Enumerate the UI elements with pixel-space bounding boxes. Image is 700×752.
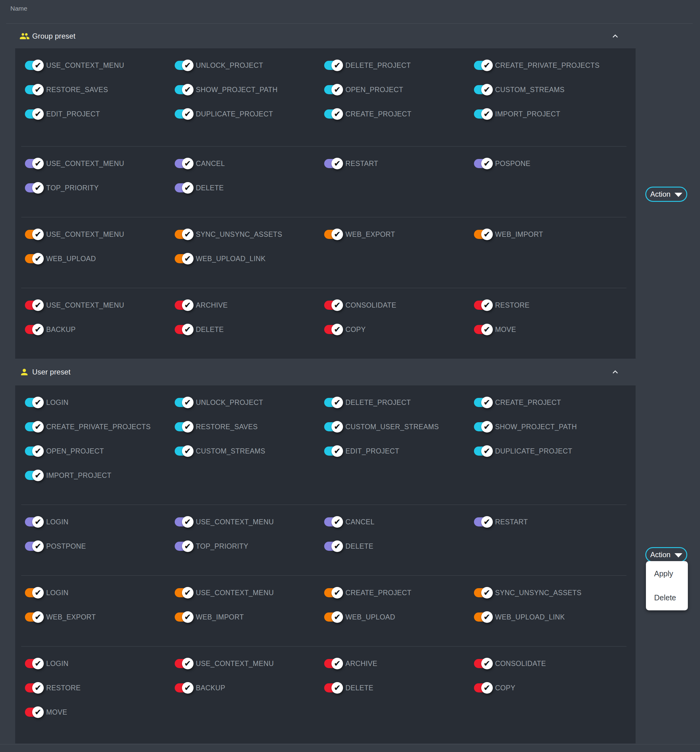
toggle-show_project_path[interactable]: ✔ — [175, 85, 188, 94]
toggle-web_upload[interactable]: ✔ — [25, 254, 38, 263]
permission-label: USE_CONTEXT_MENU — [46, 230, 124, 239]
toggle-postpone[interactable]: ✔ — [25, 542, 38, 551]
permission-label: LOGIN — [46, 660, 69, 668]
toggle-restart[interactable]: ✔ — [474, 517, 487, 527]
check-icon: ✔ — [334, 325, 341, 334]
preset-group-header[interactable]: User preset — [0, 359, 700, 385]
toggle-duplicate_project[interactable]: ✔ — [474, 446, 487, 456]
collapse-chevron-up-icon[interactable] — [610, 31, 621, 41]
toggle-backup[interactable]: ✔ — [25, 325, 38, 334]
dropdown-item-apply[interactable]: Apply — [646, 562, 688, 586]
action-button[interactable]: Action — [645, 547, 687, 562]
toggle-archive[interactable]: ✔ — [324, 659, 338, 668]
toggle-import_project[interactable]: ✔ — [474, 109, 487, 118]
toggle-web_export[interactable]: ✔ — [25, 612, 38, 621]
toggle-use_context_menu[interactable]: ✔ — [175, 588, 188, 597]
toggle-web_upload_link[interactable]: ✔ — [175, 254, 188, 263]
toggle-custom_user_streams[interactable]: ✔ — [324, 422, 338, 431]
toggle-copy[interactable]: ✔ — [474, 683, 487, 693]
toggle-thumb: ✔ — [32, 706, 44, 718]
permission-item: ✔ CREATE_PROJECT — [324, 102, 474, 126]
toggle-top_priority[interactable]: ✔ — [25, 183, 38, 193]
check-icon: ✔ — [35, 659, 42, 668]
toggle-archive[interactable]: ✔ — [175, 301, 188, 310]
toggle-consolidate[interactable]: ✔ — [324, 301, 338, 310]
toggle-use_context_menu[interactable]: ✔ — [25, 61, 38, 70]
toggle-login[interactable]: ✔ — [25, 517, 38, 527]
dropdown-item-delete[interactable]: Delete — [646, 586, 688, 610]
toggle-restart[interactable]: ✔ — [324, 159, 338, 168]
preset-permissions-panel: ✔ USE_CONTEXT_MENU ✔ UNLOCK_PROJECT ✔ DE… — [15, 48, 636, 359]
toggle-delete[interactable]: ✔ — [324, 542, 338, 551]
toggle-thumb: ✔ — [331, 158, 343, 169]
toggle-web_import[interactable]: ✔ — [474, 230, 487, 239]
toggle-move[interactable]: ✔ — [25, 708, 38, 717]
action-button[interactable]: Action — [645, 186, 687, 202]
toggle-duplicate_project[interactable]: ✔ — [175, 109, 188, 118]
toggle-thumb: ✔ — [32, 253, 44, 264]
toggle-cancel[interactable]: ✔ — [175, 159, 188, 168]
toggle-use_context_menu[interactable]: ✔ — [175, 659, 188, 668]
toggle-unlock_project[interactable]: ✔ — [175, 61, 188, 70]
toggle-web_upload_link[interactable]: ✔ — [474, 612, 487, 621]
toggle-pospone[interactable]: ✔ — [474, 159, 487, 168]
toggle-delete[interactable]: ✔ — [324, 683, 338, 693]
toggle-sync_unsync_assets[interactable]: ✔ — [175, 230, 188, 239]
toggle-unlock_project[interactable]: ✔ — [175, 398, 188, 407]
check-icon: ✔ — [334, 230, 341, 238]
toggle-create_project[interactable]: ✔ — [474, 398, 487, 407]
check-icon: ✔ — [35, 447, 42, 455]
toggle-top_priority[interactable]: ✔ — [175, 542, 188, 551]
check-icon: ✔ — [184, 325, 191, 334]
toggle-use_context_menu[interactable]: ✔ — [175, 517, 188, 527]
toggle-sync_unsync_assets[interactable]: ✔ — [474, 588, 487, 597]
toggle-open_project[interactable]: ✔ — [324, 85, 338, 94]
toggle-delete_project[interactable]: ✔ — [324, 398, 338, 407]
toggle-create_private_projects[interactable]: ✔ — [474, 61, 487, 70]
check-icon: ✔ — [184, 659, 191, 668]
permission-label: TOP_PRIORITY — [196, 542, 248, 550]
permission-item: ✔ CANCEL — [175, 151, 324, 176]
check-icon: ✔ — [35, 684, 42, 692]
toggle-delete[interactable]: ✔ — [175, 325, 188, 334]
toggle-login[interactable]: ✔ — [25, 398, 38, 407]
toggle-delete_project[interactable]: ✔ — [324, 61, 338, 70]
toggle-copy[interactable]: ✔ — [324, 325, 338, 334]
toggle-custom_streams[interactable]: ✔ — [474, 85, 487, 94]
toggle-edit_project[interactable]: ✔ — [324, 446, 338, 456]
toggle-restore_saves[interactable]: ✔ — [175, 422, 188, 431]
toggle-delete[interactable]: ✔ — [175, 183, 188, 193]
toggle-restore_saves[interactable]: ✔ — [25, 85, 38, 94]
toggle-login[interactable]: ✔ — [25, 659, 38, 668]
toggle-consolidate[interactable]: ✔ — [474, 659, 487, 668]
toggle-create_project[interactable]: ✔ — [324, 109, 338, 118]
toggle-create_private_projects[interactable]: ✔ — [25, 422, 38, 431]
toggle-backup[interactable]: ✔ — [175, 683, 188, 693]
toggle-edit_project[interactable]: ✔ — [25, 109, 38, 118]
toggle-use_context_menu[interactable]: ✔ — [25, 230, 38, 239]
toggle-thumb: ✔ — [331, 84, 343, 95]
preset-group-header[interactable]: Group preset — [0, 24, 700, 48]
toggle-import_project[interactable]: ✔ — [25, 471, 38, 480]
check-icon: ✔ — [483, 613, 490, 621]
toggle-restore[interactable]: ✔ — [474, 301, 487, 310]
toggle-web_upload[interactable]: ✔ — [324, 612, 338, 621]
toggle-use_context_menu[interactable]: ✔ — [25, 301, 38, 310]
toggle-show_project_path[interactable]: ✔ — [474, 422, 487, 431]
toggle-create_project[interactable]: ✔ — [324, 588, 338, 597]
toggle-thumb: ✔ — [331, 682, 343, 694]
permission-label: DUPLICATE_PROJECT — [196, 110, 273, 118]
toggle-use_context_menu[interactable]: ✔ — [25, 159, 38, 168]
toggle-web_export[interactable]: ✔ — [324, 230, 338, 239]
toggle-custom_streams[interactable]: ✔ — [175, 446, 188, 456]
check-icon: ✔ — [483, 110, 490, 118]
toggle-move[interactable]: ✔ — [474, 325, 487, 334]
toggle-open_project[interactable]: ✔ — [25, 446, 38, 456]
toggle-thumb: ✔ — [32, 587, 44, 598]
toggle-web_import[interactable]: ✔ — [175, 612, 188, 621]
permission-item: ✔ USE_CONTEXT_MENU — [175, 510, 324, 534]
collapse-chevron-up-icon[interactable] — [610, 367, 621, 377]
toggle-restore[interactable]: ✔ — [25, 683, 38, 693]
toggle-login[interactable]: ✔ — [25, 588, 38, 597]
toggle-cancel[interactable]: ✔ — [324, 517, 338, 527]
